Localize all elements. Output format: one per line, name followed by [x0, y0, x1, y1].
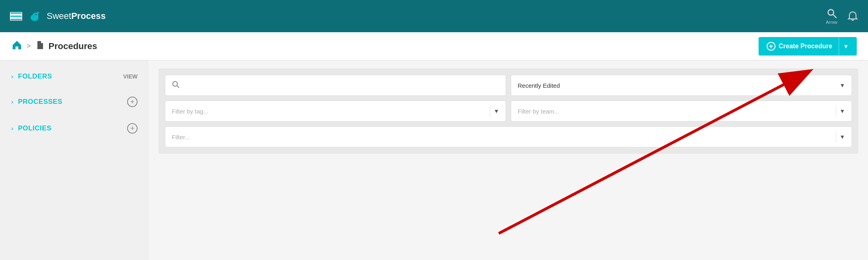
hamburger-line-2 — [10, 16, 22, 17]
general-filter[interactable]: Filter... ▼ — [165, 126, 852, 147]
svg-point-2 — [828, 10, 833, 15]
main-layout: › FOLDERS VIEW › PROCESSES + › POLICIES … — [0, 60, 868, 260]
team-filter-arrow: ▼ — [839, 108, 845, 114]
filter-container: Recently Edited ▼ Filter by tag... ▼ — [158, 68, 858, 154]
tag-placeholder: Filter by tag... — [172, 108, 208, 115]
general-filter-arrow: ▼ — [839, 134, 845, 140]
sidebar-item-processes[interactable]: › PROCESSES + — [0, 89, 149, 115]
bell-icon — [847, 10, 858, 22]
nav-right: Arrow — [826, 8, 858, 25]
logo-bold-text: Process — [71, 11, 106, 21]
policies-label: POLICIES — [18, 124, 122, 132]
search-label: Arrow — [826, 20, 837, 25]
search-input[interactable] — [184, 82, 499, 89]
logo-icon — [29, 9, 43, 23]
processes-chevron-icon: › — [11, 99, 13, 105]
sort-value: Recently Edited — [518, 82, 560, 89]
policies-add-icon[interactable]: + — [127, 123, 138, 134]
tag-filter-separator — [490, 105, 490, 117]
search-icon — [826, 8, 837, 19]
home-icon[interactable] — [11, 39, 23, 53]
create-dropdown-arrow[interactable]: ▼ — [839, 37, 849, 56]
team-filter-separator — [836, 105, 836, 117]
filter-placeholder: Filter... — [172, 134, 190, 140]
hamburger-menu[interactable] — [10, 12, 23, 21]
svg-rect-5 — [38, 45, 41, 46]
svg-line-7 — [177, 86, 179, 88]
processes-add-icon[interactable]: + — [127, 97, 138, 107]
folders-view-label[interactable]: VIEW — [123, 73, 138, 80]
sidebar-item-policies[interactable]: › POLICIES + — [0, 115, 149, 142]
breadcrumb: > Procedures — [11, 39, 97, 53]
svg-point-1 — [37, 12, 39, 14]
search-box-icon — [172, 80, 180, 91]
policies-chevron-icon: › — [11, 125, 13, 132]
logo: SweetProcess — [29, 9, 106, 23]
sidebar-item-folders[interactable]: › FOLDERS VIEW — [0, 64, 149, 89]
team-filter[interactable]: Filter by team... ▼ — [511, 101, 852, 122]
hamburger-line-1 — [10, 12, 22, 14]
search-button[interactable]: Arrow — [826, 8, 837, 25]
procedures-icon — [35, 40, 45, 52]
hamburger-line-3 — [10, 19, 22, 20]
logo-light-text: Sweet — [47, 11, 71, 21]
team-placeholder: Filter by team... — [518, 108, 559, 115]
tag-team-row: Filter by tag... ▼ Filter by team... ▼ — [165, 101, 852, 122]
nav-left: SweetProcess — [10, 9, 106, 23]
tag-filter[interactable]: Filter by tag... ▼ — [165, 101, 506, 122]
create-plus-icon: + — [767, 42, 775, 51]
sort-select[interactable]: Recently Edited ▼ — [511, 75, 852, 96]
sort-arrow-icon: ▼ — [839, 82, 845, 89]
processes-label: PROCESSES — [18, 98, 122, 106]
top-navigation: SweetProcess Arrow — [0, 0, 868, 32]
content-area: Recently Edited ▼ Filter by tag... ▼ — [149, 60, 868, 260]
breadcrumb-bar: > Procedures + Create Procedure ▼ — [0, 32, 868, 60]
sidebar: › FOLDERS VIEW › PROCESSES + › POLICIES … — [0, 60, 149, 260]
create-procedure-button[interactable]: + Create Procedure ▼ — [759, 37, 857, 56]
search-sort-row: Recently Edited ▼ — [165, 75, 852, 96]
notifications-button[interactable] — [847, 10, 858, 22]
page-title: Procedures — [49, 41, 97, 52]
logo-text: SweetProcess — [47, 11, 106, 21]
svg-rect-4 — [38, 44, 41, 45]
create-button-label: Create Procedure — [779, 43, 832, 50]
folders-chevron-icon: › — [11, 73, 13, 80]
general-filter-separator — [836, 131, 836, 142]
tag-filter-arrow: ▼ — [494, 108, 499, 114]
breadcrumb-separator: > — [27, 42, 31, 50]
folders-label: FOLDERS — [18, 72, 119, 80]
svg-point-6 — [173, 81, 178, 86]
svg-line-3 — [833, 15, 836, 18]
search-box[interactable] — [165, 75, 506, 96]
